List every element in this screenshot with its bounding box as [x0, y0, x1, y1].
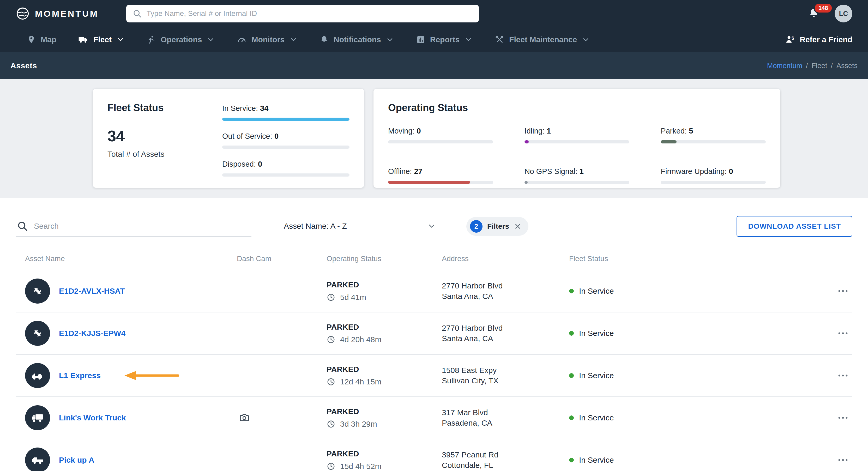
status-dot [569, 373, 574, 378]
address-cell: 3957 Peanut Rd Cottondale, FL [442, 450, 569, 470]
address-cell: 2770 Harbor Blvd Santa Ana, CA [442, 281, 569, 301]
row-menu-button[interactable] [823, 454, 852, 466]
operating-status-value: PARKED [327, 449, 442, 458]
nav-item-monitors[interactable]: Monitors [226, 27, 309, 52]
row-menu-button[interactable] [823, 285, 852, 297]
asset-avatar [25, 279, 50, 304]
operating-status-card: Operating Status Moving: 0 Idling: 1 Par… [373, 89, 780, 188]
brand[interactable]: MOMENTUM [16, 6, 126, 21]
status-duration: 15d 4h 52m [340, 462, 381, 471]
asset-name-link[interactable]: Link's Work Truck [59, 413, 126, 422]
truck-icon [78, 34, 89, 45]
table-row[interactable]: L1 Express PARKED 12d 4h 15m 1508 East E… [16, 354, 852, 397]
refer-a-friend-button[interactable]: $ Refer a Friend [785, 34, 852, 45]
chevron-down-icon [386, 35, 394, 44]
row-menu-button[interactable] [823, 327, 852, 340]
global-search-input[interactable] [147, 9, 473, 18]
progress-bar [525, 181, 630, 184]
global-search[interactable] [126, 5, 479, 23]
status-dot [569, 415, 574, 420]
avatar[interactable]: LC [835, 5, 852, 23]
chevron-down-icon [427, 222, 436, 230]
notifications-bell[interactable]: 148 [807, 7, 820, 20]
status-duration: 3d 3h 29m [340, 420, 377, 429]
asset-name-link[interactable]: Pick up A [59, 456, 94, 465]
table-row[interactable]: E1D2-KJJS-EPW4 PARKED 4d 20h 48m 2770 Ha… [16, 312, 852, 354]
filters-chip[interactable]: 2 Filters [466, 217, 528, 236]
chevron-down-icon [207, 35, 215, 44]
box-truck-icon [31, 411, 44, 425]
asset-avatar [25, 321, 50, 346]
nav-item-notifications[interactable]: Notifications [309, 27, 405, 52]
asset-avatar [25, 447, 50, 471]
filters-label: Filters [487, 222, 509, 230]
status-duration: 12d 4h 15m [340, 377, 381, 386]
address-cell: 1508 East Expy Sullivan City, TX [442, 365, 569, 386]
column-header-asset-name: Asset Name [16, 255, 237, 263]
total-assets-value: 34 [107, 127, 205, 145]
chevron-down-icon [464, 35, 473, 44]
svg-text:$: $ [792, 36, 794, 41]
metric-parked: Parked: 5 [661, 126, 766, 144]
brand-name: MOMENTUM [35, 9, 99, 19]
column-header-operating-status: Operating Status [327, 255, 442, 263]
asset-search-input[interactable] [34, 222, 250, 230]
nav-item-operations[interactable]: Operations [135, 27, 226, 52]
progress-bar [388, 140, 493, 144]
asset-name-link[interactable]: E1D2-AVLX-HSAT [59, 287, 125, 295]
drone-icon [31, 326, 44, 340]
tow-truck-icon [31, 369, 44, 383]
metric-idling: Idling: 1 [525, 126, 630, 144]
breadcrumb-separator: / [806, 62, 808, 70]
sort-select[interactable]: Asset Name: A - Z [283, 218, 437, 235]
progress-bar [661, 181, 766, 184]
table-row[interactable]: Link's Work Truck PARKED 3d 3h 29m 317 M… [16, 397, 852, 439]
nav-item-fleet-maintenance[interactable]: Fleet Maintenance [484, 27, 601, 52]
nav-item-fleet[interactable]: Fleet [67, 27, 135, 52]
status-dot [569, 289, 574, 293]
pickup-truck-icon [31, 453, 44, 467]
breadcrumb-assets: Assets [836, 62, 858, 70]
fleet-status-cell: In Service [569, 413, 823, 422]
download-asset-list-button[interactable]: DOWNLOAD ASSET LIST [737, 216, 852, 237]
clock-icon [327, 420, 335, 429]
metric-disposed: Disposed: 0 [222, 159, 349, 177]
page-bar: Assets Momentum / Fleet / Assets [0, 52, 868, 79]
asset-search[interactable] [16, 216, 251, 237]
asset-avatar [25, 405, 50, 430]
status-dot [569, 458, 574, 462]
main-nav: Map Fleet Operations Monitors Notificati… [0, 27, 868, 52]
status-dot [569, 331, 574, 336]
chevron-down-icon [582, 35, 590, 44]
fleet-status-title: Fleet Status [107, 102, 205, 114]
status-duration: 4d 20h 48m [340, 335, 381, 344]
top-header: MOMENTUM 148 LC [0, 0, 868, 27]
bar-chart-icon [416, 35, 425, 44]
table-row[interactable]: Pick up A PARKED 15d 4h 52m 3957 Peanut … [16, 439, 852, 471]
progress-bar [388, 181, 493, 184]
row-menu-button[interactable] [823, 369, 852, 382]
clock-icon [327, 335, 335, 344]
breadcrumb-separator: / [831, 62, 833, 70]
table-row[interactable]: E1D2-AVLX-HSAT PARKED 5d 41m 2770 Harbor… [16, 270, 852, 312]
nav-item-reports[interactable]: Reports [405, 27, 484, 52]
fleet-status-card: Fleet Status 34 Total # of Assets In Ser… [93, 89, 364, 188]
row-menu-button[interactable] [823, 412, 852, 424]
search-icon [132, 9, 142, 18]
asset-name-link[interactable]: L1 Express [59, 371, 101, 380]
chevron-down-icon [289, 35, 298, 44]
clock-icon [327, 462, 335, 471]
nav-item-map[interactable]: Map [16, 27, 67, 52]
breadcrumb-momentum[interactable]: Momentum [767, 62, 802, 70]
dash-cam-icon[interactable] [239, 412, 250, 423]
filters-count-badge: 2 [470, 220, 483, 232]
metric-firmware-updating: Firmware Updating: 0 [661, 166, 766, 184]
clock-icon [327, 377, 335, 386]
tools-icon [495, 35, 504, 44]
operating-status-title: Operating Status [388, 102, 766, 114]
asset-name-link[interactable]: E1D2-KJJS-EPW4 [59, 329, 125, 338]
map-pin-icon [27, 35, 36, 44]
close-icon[interactable] [514, 222, 522, 230]
operating-status-value: PARKED [327, 365, 442, 374]
column-header-fleet-status: Fleet Status [569, 255, 823, 263]
